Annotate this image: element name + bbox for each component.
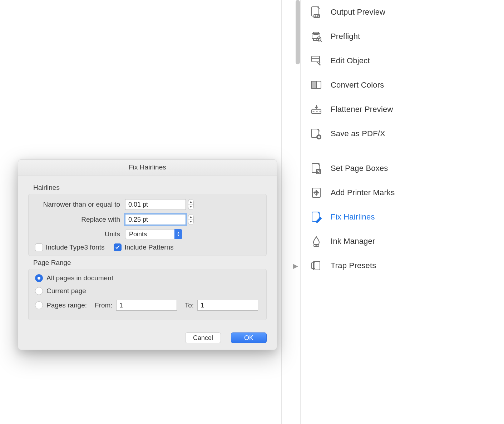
scrollbar-track[interactable] <box>295 0 301 64</box>
sidebar-item-add-printer-marks[interactable]: Add Printer Marks <box>301 181 504 205</box>
sidebar-item-label: Fix Hairlines <box>331 212 375 222</box>
sidebar-item-flattener-preview[interactable]: Flattener Preview <box>301 97 504 122</box>
edit-object-icon <box>310 54 323 67</box>
sidebar-item-label: Edit Object <box>331 56 370 65</box>
include-patterns-label: Include Patterns <box>124 243 173 251</box>
cancel-button[interactable]: Cancel <box>185 332 221 343</box>
flattener-preview-icon <box>310 103 323 116</box>
narrower-input[interactable] <box>125 199 186 210</box>
radio-all-pages-label: All pages in document <box>46 274 113 282</box>
radio-all-pages[interactable] <box>35 274 43 282</box>
sidebar-item-label: Preflight <box>331 32 360 41</box>
output-preview-icon <box>310 6 323 19</box>
svg-point-3 <box>317 16 318 16</box>
ink-manager-icon <box>310 235 323 248</box>
svg-rect-18 <box>316 169 321 174</box>
units-label: Units <box>35 230 125 238</box>
radio-pages-range[interactable] <box>35 301 43 309</box>
sidebar-item-fix-hairlines[interactable]: Fix Hairlines <box>301 205 504 229</box>
stepper-up-icon[interactable]: ▲ <box>188 215 193 220</box>
sidebar-item-preflight[interactable]: Preflight <box>301 24 504 49</box>
fix-hairlines-dialog: Fix Hairlines Hairlines Narrower than or… <box>18 159 277 350</box>
sidebar-item-trap-presets[interactable]: Trap Presets <box>301 253 504 278</box>
replace-with-label: Replace with <box>35 216 125 223</box>
svg-rect-12 <box>312 81 316 88</box>
sidebar-item-label: Flattener Preview <box>331 105 393 114</box>
sidebar-item-ink-manager[interactable]: Ink Manager <box>301 229 504 253</box>
set-page-boxes-icon <box>310 162 323 175</box>
fix-hairlines-icon <box>310 211 323 223</box>
sidebar-item-label: Add Printer Marks <box>331 188 395 197</box>
sidebar-item-label: Set Page Boxes <box>331 164 388 173</box>
svg-line-8 <box>320 40 322 42</box>
page-range-group-label: Page Range <box>33 259 267 267</box>
to-label: To: <box>185 301 194 309</box>
include-type3-checkbox[interactable] <box>35 243 43 251</box>
ok-button[interactable]: OK <box>231 332 267 343</box>
sidebar-item-set-page-boxes[interactable]: Set Page Boxes <box>301 156 504 181</box>
scrollbar-thumb[interactable] <box>296 0 300 64</box>
sidebar-item-save-pdfx[interactable]: Save as PDF/X <box>301 122 504 146</box>
panel-collapse-handle[interactable]: ▶ <box>293 263 298 269</box>
hairlines-group-label: Hairlines <box>33 184 267 192</box>
stepper-up-icon[interactable]: ▲ <box>188 199 193 205</box>
radio-current-page[interactable] <box>35 287 43 295</box>
from-input[interactable] <box>116 300 177 311</box>
include-patterns-checkbox[interactable] <box>114 243 122 251</box>
narrower-stepper[interactable]: ▲ ▼ <box>188 199 194 210</box>
sidebar-item-output-preview[interactable]: Output Preview <box>301 0 504 24</box>
preflight-icon <box>310 30 323 43</box>
sidebar-item-label: Save as PDF/X <box>331 129 385 138</box>
narrower-label: Narrower than or equal to <box>35 201 125 208</box>
sidebar-item-label: Convert Colors <box>331 80 384 90</box>
svg-rect-6 <box>313 39 318 40</box>
sidebar-item-edit-object[interactable]: Edit Object <box>301 49 504 73</box>
radio-pages-range-label: Pages range: <box>46 301 87 309</box>
stepper-down-icon[interactable]: ▼ <box>188 205 193 210</box>
svg-rect-9 <box>312 56 320 62</box>
replace-with-input[interactable] <box>125 214 186 225</box>
sidebar-item-label: Ink Manager <box>331 237 375 246</box>
sidebar-item-label: Trap Presets <box>331 261 376 270</box>
replace-stepper[interactable]: ▲ ▼ <box>188 214 194 225</box>
from-label: From: <box>95 301 113 309</box>
stepper-down-icon[interactable]: ▼ <box>188 220 193 225</box>
add-printer-marks-icon <box>310 186 323 199</box>
include-type3-label: Include Type3 fonts <box>46 243 104 251</box>
convert-colors-icon <box>310 79 323 92</box>
sidebar-item-label: Output Preview <box>331 8 385 17</box>
to-input[interactable] <box>197 300 258 311</box>
units-select[interactable]: Points ▲▼ <box>125 229 182 239</box>
select-arrows-icon: ▲▼ <box>174 229 182 239</box>
svg-point-2 <box>315 16 316 16</box>
units-select-value: Points <box>125 229 182 239</box>
save-pdfx-icon <box>310 127 323 140</box>
hairlines-group: Narrower than or equal to ▲ ▼ Replace wi… <box>28 194 267 256</box>
page-range-group: All pages in document Current page Pages… <box>28 269 267 320</box>
trap-presets-icon <box>310 259 323 272</box>
print-production-sidebar: Output Preview Preflight Edit Object Con… <box>300 0 504 424</box>
sidebar-item-convert-colors[interactable]: Convert Colors <box>301 73 504 97</box>
sidebar-divider <box>310 151 495 151</box>
dialog-title: Fix Hairlines <box>18 160 277 176</box>
radio-current-page-label: Current page <box>46 287 86 295</box>
